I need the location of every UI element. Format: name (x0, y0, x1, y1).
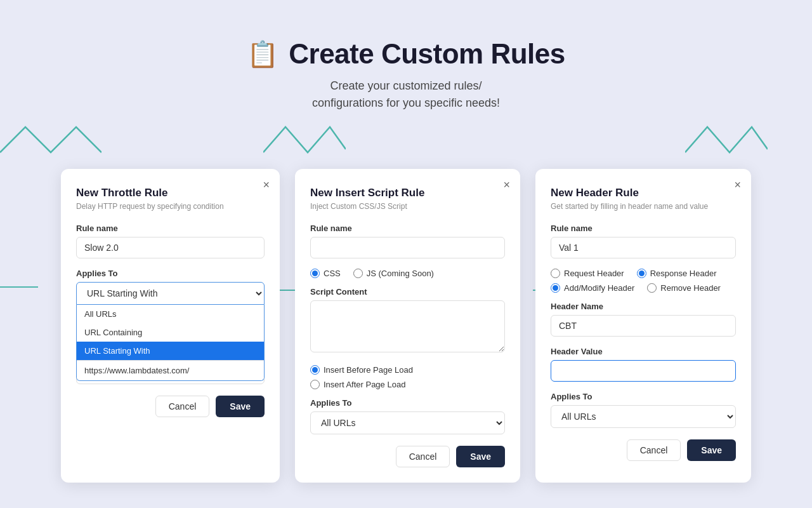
insert-before-radio-item[interactable]: Insert Before Page Load (310, 365, 413, 375)
throttle-dropdown-url-starting[interactable]: URL Starting With (77, 342, 264, 360)
insert-script-applies-select[interactable]: All URLs (310, 411, 505, 434)
css-radio-item[interactable]: CSS (310, 269, 341, 278)
header-value-label: Header Value (551, 347, 736, 356)
header-rule-name-input[interactable] (551, 237, 736, 258)
remove-header-radio[interactable] (647, 283, 657, 293)
throttle-save-button[interactable]: Save (216, 396, 265, 417)
header-rule-name-group: Rule name (551, 224, 736, 258)
response-header-radio-item[interactable]: Response Header (637, 269, 717, 278)
throttle-applies-to-select[interactable]: URL Starting With (76, 282, 265, 305)
script-content-textarea[interactable] (310, 300, 505, 352)
throttle-modal-title: New Throttle Rule (76, 187, 265, 199)
insert-script-modal-subtitle: Inject Custom CSS/JS Script (310, 202, 505, 211)
throttle-buttons: Cancel Save (76, 396, 265, 417)
header-buttons: Cancel Save (551, 439, 736, 461)
insert-script-applies-label: Applies To (310, 398, 505, 408)
header-rule-name-label: Rule name (551, 224, 736, 233)
throttle-dropdown-all-urls[interactable]: All URLs (77, 305, 264, 323)
insert-script-rule-modal: × New Insert Script Rule Inject Custom C… (295, 169, 520, 483)
throttle-applies-to-group: Applies To URL Starting With All URLs UR… (76, 269, 265, 305)
throttle-rule-name-input[interactable] (76, 237, 265, 258)
throttle-url-input[interactable] (77, 360, 264, 380)
insert-script-rule-name-label: Rule name (310, 224, 505, 233)
header-applies-to-label: Applies To (551, 392, 736, 401)
page-subtitle: Create your customized rules/ configurat… (0, 77, 812, 112)
insert-after-radio-item[interactable]: Insert After Page Load (310, 380, 405, 389)
insert-script-cancel-button[interactable]: Cancel (396, 446, 450, 467)
header-name-group: Header Name (551, 302, 736, 337)
insert-after-radio[interactable] (310, 380, 320, 389)
throttle-close-button[interactable]: × (263, 179, 270, 190)
header-value-group: Header Value (551, 347, 736, 382)
remove-header-radio-item[interactable]: Remove Header (647, 283, 721, 293)
add-modify-radio-item[interactable]: Add/Modify Header (551, 283, 634, 293)
throttle-dropdown-url-containing[interactable]: URL Containing (77, 323, 264, 342)
script-type-group: CSS JS (Coming Soon) (310, 269, 505, 278)
js-radio-item[interactable]: JS (Coming Soon) (353, 269, 434, 278)
header-applies-to-group: Applies To All URLs (551, 392, 736, 428)
insert-script-close-button[interactable]: × (503, 179, 510, 190)
response-header-radio[interactable] (637, 269, 646, 278)
css-radio[interactable] (310, 269, 320, 278)
script-content-label: Script Content (310, 287, 505, 297)
header-modal-subtitle: Get started by filling in header name an… (551, 202, 736, 211)
page-header: 📋 Create Custom Rules Create your custom… (0, 0, 812, 131)
header-name-input[interactable] (551, 315, 736, 337)
header-applies-to-select[interactable]: All URLs (551, 405, 736, 428)
insert-script-rule-name-group: Rule name (310, 224, 505, 258)
throttle-modal-subtitle: Delay HTTP request by specifying conditi… (76, 202, 265, 211)
rules-icon: 📋 (247, 39, 278, 69)
throttle-applies-to-dropdown-container: URL Starting With All URLs URL Containin… (76, 282, 265, 305)
throttle-rule-name-label: Rule name (76, 224, 265, 233)
request-header-radio[interactable] (551, 269, 560, 278)
header-save-button[interactable]: Save (687, 439, 736, 461)
header-rule-modal: × New Header Rule Get started by filling… (535, 169, 751, 483)
header-value-input[interactable] (551, 360, 736, 382)
insert-script-buttons: Cancel Save (310, 446, 505, 467)
throttle-dropdown-list: All URLs URL Containing URL Starting Wit… (76, 305, 265, 381)
throttle-cancel-button[interactable]: Cancel (155, 396, 210, 417)
insert-before-radio[interactable] (310, 365, 320, 375)
add-modify-radio[interactable] (551, 283, 560, 293)
insert-script-applies-to-group: Applies To All URLs (310, 398, 505, 434)
insert-timing-group: Insert Before Page Load Insert After Pag… (310, 365, 505, 389)
insert-script-save-button[interactable]: Save (456, 446, 505, 467)
insert-script-rule-name-input[interactable] (310, 237, 505, 258)
js-radio[interactable] (353, 269, 363, 278)
throttle-rule-modal: × New Throttle Rule Delay HTTP request b… (61, 169, 280, 483)
insert-script-modal-title: New Insert Script Rule (310, 187, 505, 199)
request-header-radio-item[interactable]: Request Header (551, 269, 624, 278)
header-close-button[interactable]: × (734, 179, 741, 190)
page-title: Create Custom Rules (289, 38, 565, 70)
throttle-applies-to-label: Applies To (76, 269, 265, 278)
throttle-rule-name-group: Rule name (76, 224, 265, 258)
modals-container: × New Throttle Rule Delay HTTP request b… (0, 169, 812, 483)
header-name-label: Header Name (551, 302, 736, 311)
header-cancel-button[interactable]: Cancel (627, 439, 681, 461)
header-type-group: Request Header Response Header Add/Modif… (551, 269, 736, 293)
script-content-group: Script Content (310, 287, 505, 355)
header-modal-title: New Header Rule (551, 187, 736, 199)
